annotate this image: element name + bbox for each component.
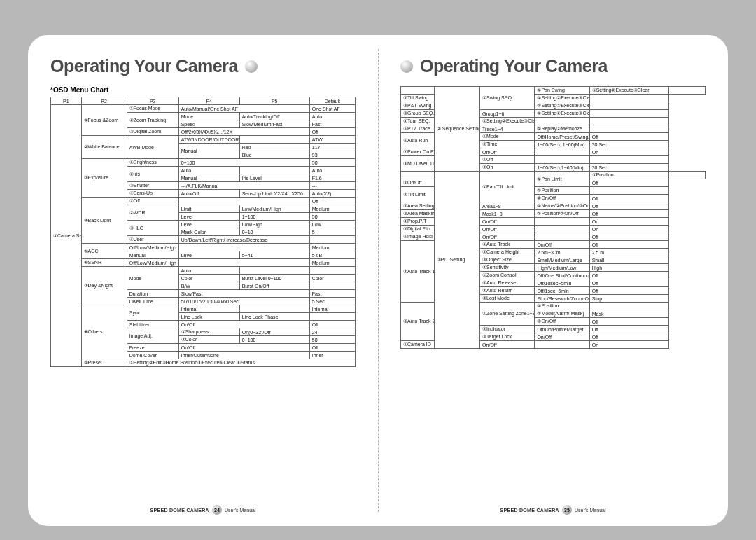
cell: ①Setting②Execute③Clear [535, 110, 589, 118]
cell: On/Off [480, 233, 535, 241]
cell: High [589, 264, 668, 272]
cell: Stop/Research/Zoom Out [535, 295, 589, 303]
cell: ATW [309, 136, 355, 144]
cell: Auto [178, 267, 239, 275]
cell: ①Setting②Edit③Home Position④Execute⑤Clea… [127, 359, 355, 367]
cell: ⑧MD Dwell Time [401, 156, 435, 172]
cell: F1.6 [309, 174, 355, 182]
cell: 2.5m~30m [535, 249, 589, 256]
cell: Inner [309, 352, 355, 359]
cell [668, 172, 705, 179]
cell: Off [589, 133, 668, 141]
cell: ③P/T Setting [434, 172, 479, 349]
cell: Sens-Up Limit X2/X4...X256 [239, 190, 309, 198]
cell: Auto [178, 167, 239, 174]
cell: Up/Down/Left/Right/ Increase/Decrease [178, 236, 309, 244]
cell [589, 95, 668, 102]
cell: Slow/Medium/Fast [239, 120, 309, 128]
cell: AWB Mode [127, 136, 178, 159]
cell: 24 [309, 328, 355, 336]
cell: ③Area Masking [401, 210, 435, 218]
cell: ④Back Light [81, 198, 127, 244]
cell [535, 156, 589, 164]
cell: Image Adj. [127, 328, 178, 344]
cell: On [589, 218, 668, 226]
cell: Auto [309, 113, 355, 120]
cell: Off/1sec~5min [535, 287, 589, 295]
cell: ②White Balance [81, 136, 127, 159]
cell: ①Setting②Execute③Clear [535, 102, 589, 110]
cell: ③Digital Zoom [127, 128, 178, 136]
cell: ②On/Off [401, 179, 435, 187]
cell: Mask1~8 [480, 210, 535, 218]
cell: 5/7/10/15/20/30/40/60 Sec [178, 298, 309, 305]
cell: 5 [309, 228, 355, 236]
cell [589, 125, 668, 133]
cell: Limit [178, 205, 239, 213]
cell [401, 172, 435, 179]
cell: Trace1~4 [480, 125, 535, 133]
page-title: Operating Your Camera [420, 56, 608, 76]
cell [239, 267, 309, 275]
cell: Red [239, 144, 309, 151]
cell: ⑧Auto Track 2 [401, 303, 435, 341]
cell: ①Name/②Position/③On/Off [535, 202, 589, 210]
cell: ②WDR [127, 205, 178, 221]
cell: ①Setting②Execute③Clear [589, 87, 668, 95]
cell: 5 Sec [309, 298, 355, 305]
cell: ③Target Lock [480, 333, 535, 341]
cell: On [589, 226, 668, 233]
cell: ⑤PTZ Trace [401, 125, 435, 133]
cell [589, 102, 668, 110]
cell [309, 267, 355, 275]
cell: High/Medium/Low [535, 264, 589, 272]
cell: ①Swing SEQ. [480, 87, 535, 110]
osd-table-left: P1P2P3P4P5Default①Camera Setting①Focus &… [50, 97, 356, 367]
cell: ①Mode [480, 133, 535, 141]
cell: ②Tilt Swing [401, 95, 435, 102]
cell: On/Off [480, 148, 535, 156]
cell: Internal [309, 305, 355, 313]
cell: ③Object Size [480, 256, 535, 264]
cell: On/Off [178, 321, 309, 328]
cell: Line Lock Phase [239, 313, 309, 321]
cell: Off [309, 344, 355, 352]
cell: Burst Level 0~100 [239, 275, 309, 282]
cell: ④Prop.P/T [401, 218, 435, 226]
cell: Blue [239, 151, 309, 159]
cell: Off [589, 241, 668, 249]
cell: 5~41 [239, 251, 309, 259]
cell: 0~100 [239, 336, 309, 344]
cell: Off/On/Pointer/Target [535, 326, 589, 333]
cell: Fast [309, 120, 355, 128]
cell: 50 [309, 159, 355, 167]
cell: Level [178, 251, 239, 259]
page-spread: Operating Your Camera *OSD Menu Chart P1… [28, 35, 728, 526]
cell: ⑥Image Hold [401, 233, 435, 241]
header-cell: P4 [178, 97, 239, 105]
footer-doc: User's Manual [225, 508, 256, 513]
cell: ①Camera ID [401, 341, 435, 349]
cell: ①Pan Limit [535, 172, 589, 187]
cell: Fast [309, 290, 355, 298]
cell: On [589, 341, 668, 349]
cell: ⑤Zoom Control [480, 272, 535, 279]
cell: On [589, 148, 668, 156]
cell [309, 236, 355, 244]
cell: Off/Low/Medium/High [127, 259, 178, 267]
cell: ①Setting②Execute③Clear [480, 118, 535, 125]
cell: Line Lock [178, 313, 239, 321]
cell: Duration [127, 290, 178, 298]
cell [239, 305, 309, 313]
cell: Off [589, 318, 668, 326]
cell: Low [309, 221, 355, 228]
cell: ④Sensitivity [480, 264, 535, 272]
cell: Dome Cover [127, 352, 178, 359]
cell: 0~10 [239, 228, 309, 236]
cell: ①Focus &Zoom [81, 105, 127, 136]
cell: Off [589, 202, 668, 210]
cell: Off [309, 321, 355, 328]
cell [178, 244, 309, 251]
page-left: Operating Your Camera *OSD Menu Chart P1… [28, 35, 378, 526]
cell: Medium [309, 205, 355, 213]
